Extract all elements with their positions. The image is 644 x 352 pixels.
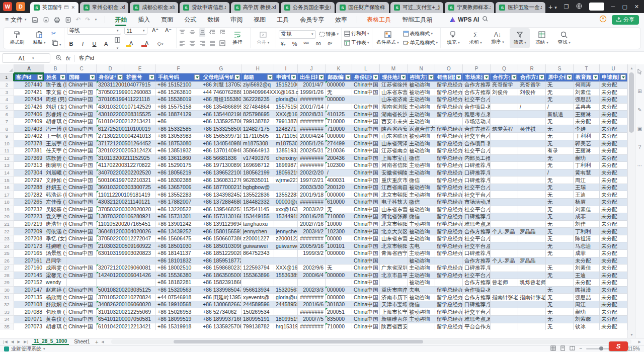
cell[interactable]: +86 1582391866 (201, 279, 242, 287)
cell[interactable]: +86 1899937166 (201, 316, 242, 323)
cell[interactable]: China中国 (352, 169, 380, 177)
cell[interactable]: 留学总经办 (435, 155, 463, 162)
cell[interactable]: 207223 (14, 213, 44, 221)
cell[interactable]: 刘俊伶 (518, 89, 546, 97)
cell[interactable]: China中国 (352, 162, 380, 169)
cell[interactable]: +86 18501030 (156, 242, 201, 250)
cell[interactable]: China中国 (67, 81, 97, 89)
cell[interactable] (518, 206, 546, 214)
cell[interactable]: m1875308 (242, 140, 274, 148)
cell[interactable]: xxx@163.c (274, 206, 298, 214)
cell[interactable]: 合作方推荐 (463, 257, 491, 265)
cell[interactable]: +86 15536380 (156, 272, 201, 280)
cell[interactable]: +86 13220522 (156, 206, 201, 214)
cell[interactable]: 王迪 (574, 191, 600, 199)
cell[interactable] (274, 279, 298, 287)
cell[interactable] (435, 279, 463, 287)
filter-dropdown-icon[interactable] (428, 74, 434, 80)
cell[interactable]: 杨欣雨 (女) (44, 294, 67, 301)
cell[interactable]: 彭睿婧 (女) (44, 111, 67, 118)
cell[interactable]: 未分配 (600, 169, 627, 177)
cell[interactable]: 无 (546, 184, 574, 192)
cell[interactable]: 江苏省徐州 (380, 81, 408, 89)
cell[interactable]: 蒯玏 (574, 155, 600, 162)
cell[interactable]: 留学总经办 (435, 206, 463, 214)
more-tools-icon[interactable]: ⋯ (637, 163, 642, 168)
cell[interactable] (518, 250, 546, 257)
document-tab[interactable]: S公务员国企事业单位 (281, 2, 335, 13)
cell[interactable]: +86 1565399710 (201, 133, 242, 140)
cell[interactable] (298, 279, 326, 287)
cell[interactable]: 微信 (408, 301, 435, 309)
column-header-K[interactable]: K (326, 64, 352, 73)
cell[interactable]: 未分配 (600, 294, 627, 301)
filter-dropdown-icon[interactable] (267, 74, 273, 80)
cell[interactable]: China中国 (67, 294, 97, 301)
cell[interactable]: 留学总经办 (435, 104, 463, 111)
document-tab[interactable]: S医护五险一金.xlsx (496, 2, 545, 13)
font-color-button[interactable]: A (141, 40, 152, 47)
cell[interactable] (518, 235, 546, 243)
cell[interactable]: China中国 (352, 184, 380, 192)
cell[interactable]: 207288 (14, 184, 44, 192)
row-header-25[interactable]: 25 (0, 250, 14, 257)
filter-dropdown-icon[interactable] (318, 74, 324, 80)
row-header-6[interactable]: 6 (0, 111, 14, 118)
cell[interactable]: China中国 (67, 250, 97, 257)
cell[interactable] (518, 111, 546, 118)
italic-button[interactable]: I (79, 41, 87, 47)
cell[interactable] (518, 162, 546, 169)
row-header-12[interactable]: 12 (0, 155, 14, 162)
redo-icon[interactable]: ↷ (86, 16, 91, 23)
screenshot-frame-icon[interactable]: ▣ (637, 126, 642, 131)
cell[interactable]: 未分配 (600, 177, 627, 184)
cell[interactable]: 138519326 (274, 147, 298, 155)
cell[interactable]: 济南市历下 (380, 294, 408, 301)
cell[interactable]: China中国 (352, 118, 380, 126)
menu-item-页面[interactable]: 页面 (155, 13, 179, 26)
cell[interactable]: 207313 (14, 162, 44, 169)
cell[interactable] (274, 221, 298, 228)
cell[interactable]: 未分配 (600, 184, 627, 192)
row-header-30[interactable]: 30 (0, 287, 14, 294)
document-tab[interactable]: S英国留学生🗔✕ (30, 2, 78, 13)
cell[interactable]: 无 (326, 89, 352, 97)
cell[interactable]: tanghaoxu (242, 221, 274, 228)
hscroll-right-icon[interactable]: ▶ (638, 340, 641, 344)
cell[interactable]: 唐浩轩 (男) (44, 221, 67, 228)
wrap-text-button[interactable]: 换行 (227, 31, 248, 46)
formula-input[interactable]: 客户id (79, 54, 95, 62)
cell[interactable]: +86 1372884680 (201, 199, 242, 206)
cell[interactable]: +86 18056219 (156, 169, 201, 177)
cell[interactable]: 未分配 (600, 221, 627, 228)
cell[interactable]: China中国 (352, 89, 380, 97)
cell[interactable]: 2002/7/16 (298, 221, 326, 228)
cell[interactable]: 主动咨询 (408, 169, 435, 177)
cell[interactable]: 370502200012272047 (97, 235, 124, 243)
cell[interactable]: 合作项目-雅思 (463, 287, 491, 294)
cell[interactable]: 无 (546, 308, 574, 316)
cell[interactable]: 无 (546, 206, 574, 214)
cell[interactable]: 1997/2/21 (298, 177, 326, 184)
cell[interactable]: 刘俊伶 (491, 89, 518, 97)
header-cell[interactable]: 客户id (14, 73, 44, 81)
cell[interactable]: 内部员工推荐 (463, 155, 491, 162)
cell[interactable]: 社交平台,小红书 (463, 272, 491, 280)
cell[interactable]: China中国 (352, 140, 380, 148)
cell[interactable]: 留学总经办 (435, 316, 463, 323)
row-header-3[interactable]: 3 (0, 89, 14, 97)
cell[interactable] (491, 272, 518, 280)
cell[interactable]: z20001227 (274, 235, 298, 243)
cell[interactable]: XXX@163.c (274, 111, 298, 118)
cell[interactable]: 169698712 (274, 162, 298, 169)
cell[interactable]: 未分配 (600, 81, 627, 89)
select-all-corner[interactable] (0, 64, 14, 73)
cell[interactable]: 无 (546, 162, 574, 169)
cell[interactable]: 无 (546, 272, 574, 280)
row-header-4[interactable]: 4 (0, 96, 14, 104)
cell[interactable] (408, 323, 435, 330)
cell[interactable]: 新疆维吾尔 (380, 316, 408, 323)
cell[interactable]: 360481200304020026 (97, 228, 124, 235)
cell[interactable]: 江西省南昌 (380, 184, 408, 192)
cell[interactable]: 合作方推荐 (463, 228, 491, 235)
